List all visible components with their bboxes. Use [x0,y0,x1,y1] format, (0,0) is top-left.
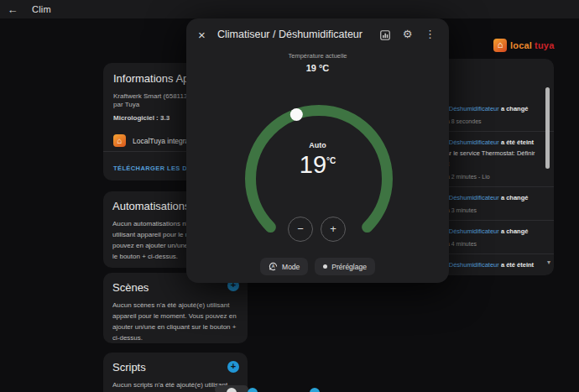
preset-button-label: Préréglage [331,263,367,271]
scripts-title: Scripts [112,361,238,374]
scenes-title: Scènes [112,281,238,294]
temperature-decrease-button[interactable]: − [288,217,313,242]
logbook-timestamp: Il y a 3 minutes [437,206,544,215]
page-title: Clim [32,4,51,14]
brand-tuya-text: tuya [535,40,554,50]
cut-off-icon-1 [227,388,237,392]
history-chart-icon[interactable] [378,29,392,41]
brand-local-text: local [510,40,532,50]
scroll-down-icon[interactable]: ▾ [547,259,550,266]
thermostat-dial[interactable] [235,95,403,263]
dialog-title: Climatiseur / Déshumidificateur [217,29,369,40]
logbook-action-text: a été éteint [499,261,534,269]
logbook-action-text: a été éteint [499,139,534,146]
current-temperature-label: Température actuelle [186,52,449,60]
temperature-increase-button[interactable]: + [321,217,346,242]
localtuya-icon: ⌂ [113,134,126,147]
logbook-action-text: a changé [499,105,529,112]
target-temperature-unit: °C [326,156,336,165]
cut-off-icon-3 [310,388,320,392]
logbook-timestamp: Il y a 4 minutes [437,240,544,248]
dots-vertical-icon[interactable]: ⋮ [423,28,437,41]
scenes-card: Scènes + Aucun scènes n'a été ajouté(e) … [103,273,248,343]
scenes-empty-text: Aucun scènes n'a été ajouté(e) utilisant… [112,300,238,343]
logbook-timestamp: Il y a 2 minutes - Lio [437,173,544,181]
gear-icon[interactable]: ⚙ [400,28,415,41]
preset-button[interactable]: Préréglage [315,258,375,275]
cut-off-icon-2 [248,388,258,392]
svg-text:A: A [272,264,275,269]
logbook-action-text: a changé [499,227,529,235]
target-temperature: 19°C [186,151,449,179]
localtuya-logo-icon: ⌂ [493,39,507,52]
app-bar: ← Clim [0,0,579,18]
dialog-actions: A Mode Préréglage [186,258,449,275]
auto-mode-icon: A [269,262,278,271]
logbook-action-text: a changé [499,194,529,201]
mode-button-label: Mode [282,263,300,271]
hvac-mode-label: Auto [186,141,449,149]
back-arrow-icon[interactable]: ← [0,3,25,16]
current-temperature-value: 19 °C [186,63,449,73]
localtuya-logo: ⌂ local tuya [493,39,555,52]
logbook-timestamp: Il y a 8 secondes [437,118,544,126]
add-script-button[interactable]: + [227,361,239,373]
target-temperature-value: 19 [300,151,326,178]
mode-button[interactable]: A Mode [260,258,308,275]
dialog-header: × Climatiseur / Déshumidificateur ⚙ ⋮ [186,18,449,41]
climate-dialog: × Climatiseur / Déshumidificateur ⚙ ⋮ Te… [186,18,449,283]
dial-handle[interactable] [290,108,303,121]
logbook-scrollbar-thumb[interactable] [545,87,550,169]
preset-dot-icon [323,264,327,269]
close-icon[interactable]: × [198,29,211,41]
